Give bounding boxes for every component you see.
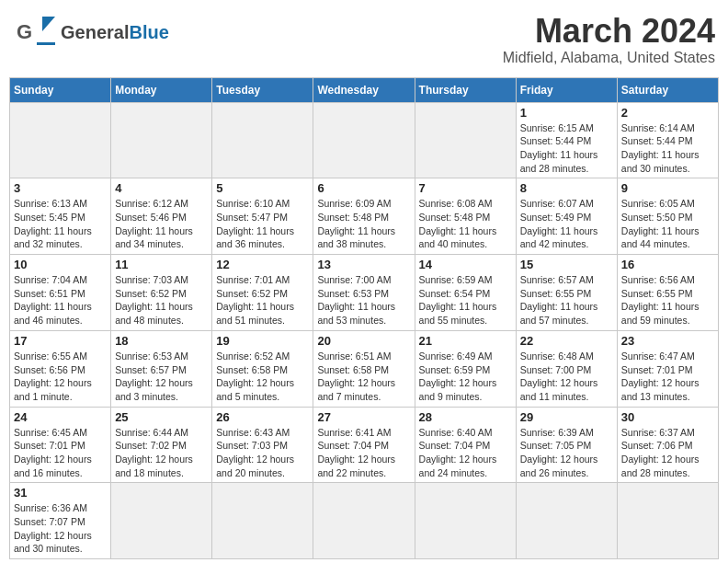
day-info: Sunrise: 6:15 AMSunset: 5:44 PMDaylight:… — [520, 121, 613, 176]
weekday-header-wednesday: Wednesday — [313, 77, 415, 102]
day-info: Sunrise: 6:10 AMSunset: 5:47 PMDaylight:… — [216, 197, 309, 251]
day-number: 25 — [115, 410, 208, 424]
calendar-cell: 28Sunrise: 6:40 AMSunset: 7:04 PMDayligh… — [415, 407, 516, 483]
calendar-cell: 11Sunrise: 7:03 AMSunset: 6:52 PMDayligh… — [111, 255, 212, 331]
day-info: Sunrise: 6:53 AMSunset: 6:57 PMDaylight:… — [115, 350, 208, 404]
day-info: Sunrise: 6:51 AMSunset: 6:58 PMDaylight:… — [317, 350, 410, 404]
day-info: Sunrise: 6:52 AMSunset: 6:58 PMDaylight:… — [216, 350, 309, 404]
weekday-header-row: SundayMondayTuesdayWednesdayThursdayFrid… — [10, 77, 719, 102]
calendar-cell: 2Sunrise: 6:14 AMSunset: 5:44 PMDaylight… — [617, 102, 718, 178]
page-header: G GeneralBlue March 2024 Midfield, Alaba… — [9, 9, 719, 70]
day-info: Sunrise: 6:48 AMSunset: 7:00 PMDaylight:… — [520, 350, 613, 404]
calendar-cell — [313, 483, 415, 559]
day-info: Sunrise: 6:05 AMSunset: 5:50 PMDaylight:… — [621, 197, 714, 251]
day-number: 29 — [520, 410, 613, 424]
weekday-header-saturday: Saturday — [617, 77, 718, 102]
day-info: Sunrise: 6:09 AMSunset: 5:48 PMDaylight:… — [317, 197, 410, 251]
day-number: 10 — [14, 258, 107, 271]
calendar-cell: 19Sunrise: 6:52 AMSunset: 6:58 PMDayligh… — [212, 330, 313, 407]
day-info: Sunrise: 7:01 AMSunset: 6:52 PMDaylight:… — [216, 273, 309, 327]
day-number: 11 — [115, 258, 208, 271]
calendar-cell — [212, 483, 313, 559]
day-number: 17 — [14, 334, 107, 348]
day-number: 19 — [216, 334, 309, 348]
calendar-cell — [617, 483, 718, 559]
calendar-cell: 10Sunrise: 7:04 AMSunset: 6:51 PMDayligh… — [10, 255, 111, 331]
calendar-cell — [111, 483, 212, 559]
logo-general: General — [61, 22, 129, 42]
calendar-cell: 12Sunrise: 7:01 AMSunset: 6:52 PMDayligh… — [212, 255, 313, 331]
weekday-header-tuesday: Tuesday — [212, 77, 313, 102]
logo-blue: Blue — [129, 22, 168, 42]
day-number: 31 — [14, 486, 107, 500]
day-info: Sunrise: 6:55 AMSunset: 6:56 PMDaylight:… — [14, 350, 107, 404]
calendar-cell: 17Sunrise: 6:55 AMSunset: 6:56 PMDayligh… — [10, 330, 111, 407]
day-info: Sunrise: 7:03 AMSunset: 6:52 PMDaylight:… — [115, 273, 208, 327]
day-number: 26 — [216, 410, 309, 424]
day-number: 5 — [216, 181, 309, 195]
day-info: Sunrise: 7:00 AMSunset: 6:53 PMDaylight:… — [317, 273, 410, 327]
day-info: Sunrise: 6:56 AMSunset: 6:55 PMDaylight:… — [621, 273, 714, 327]
svg-rect-2 — [37, 42, 55, 45]
title-section: March 2024 Midfield, Alabama, United Sta… — [503, 13, 715, 66]
calendar-cell: 6Sunrise: 6:09 AMSunset: 5:48 PMDaylight… — [313, 178, 415, 255]
calendar-cell: 4Sunrise: 6:12 AMSunset: 5:46 PMDaylight… — [111, 178, 212, 255]
calendar-cell — [516, 483, 617, 559]
svg-marker-1 — [42, 17, 55, 31]
weekday-header-sunday: Sunday — [10, 77, 111, 102]
logo-text: GeneralBlue — [61, 22, 169, 43]
day-info: Sunrise: 6:37 AMSunset: 7:06 PMDaylight:… — [621, 426, 714, 480]
day-number: 22 — [520, 334, 613, 348]
day-number: 15 — [520, 258, 613, 271]
day-number: 13 — [317, 258, 410, 271]
calendar-cell — [212, 102, 313, 178]
logo: G GeneralBlue — [17, 13, 169, 52]
day-number: 20 — [317, 334, 410, 348]
day-info: Sunrise: 6:14 AMSunset: 5:44 PMDaylight:… — [621, 121, 714, 176]
calendar-cell: 9Sunrise: 6:05 AMSunset: 5:50 PMDaylight… — [617, 178, 718, 255]
weekday-header-thursday: Thursday — [415, 77, 516, 102]
weekday-header-friday: Friday — [516, 77, 617, 102]
day-number: 6 — [317, 181, 410, 195]
day-number: 9 — [621, 181, 714, 195]
day-number: 3 — [14, 181, 107, 195]
day-number: 24 — [14, 410, 107, 424]
calendar-week-3: 10Sunrise: 7:04 AMSunset: 6:51 PMDayligh… — [10, 255, 719, 331]
calendar-cell: 14Sunrise: 6:59 AMSunset: 6:54 PMDayligh… — [415, 255, 516, 331]
day-number: 8 — [520, 181, 613, 195]
day-number: 18 — [115, 334, 208, 348]
calendar-cell: 30Sunrise: 6:37 AMSunset: 7:06 PMDayligh… — [617, 407, 718, 483]
day-info: Sunrise: 6:39 AMSunset: 7:05 PMDaylight:… — [520, 426, 613, 480]
calendar-cell: 24Sunrise: 6:45 AMSunset: 7:01 PMDayligh… — [10, 407, 111, 483]
svg-text:G: G — [17, 20, 32, 43]
calendar-cell: 27Sunrise: 6:41 AMSunset: 7:04 PMDayligh… — [313, 407, 415, 483]
day-number: 30 — [621, 410, 714, 424]
day-info: Sunrise: 6:49 AMSunset: 6:59 PMDaylight:… — [419, 350, 512, 404]
day-number: 21 — [419, 334, 512, 348]
calendar-cell: 16Sunrise: 6:56 AMSunset: 6:55 PMDayligh… — [617, 255, 718, 331]
calendar-cell: 5Sunrise: 6:10 AMSunset: 5:47 PMDaylight… — [212, 178, 313, 255]
calendar-cell: 8Sunrise: 6:07 AMSunset: 5:49 PMDaylight… — [516, 178, 617, 255]
calendar-cell: 31Sunrise: 6:36 AMSunset: 7:07 PMDayligh… — [10, 483, 111, 559]
calendar-body: 1Sunrise: 6:15 AMSunset: 5:44 PMDaylight… — [10, 102, 719, 559]
calendar-week-4: 17Sunrise: 6:55 AMSunset: 6:56 PMDayligh… — [10, 330, 719, 407]
location-title: Midfield, Alabama, United States — [503, 50, 715, 66]
day-number: 16 — [621, 258, 714, 271]
day-info: Sunrise: 6:41 AMSunset: 7:04 PMDaylight:… — [317, 426, 410, 480]
weekday-header-monday: Monday — [111, 77, 212, 102]
day-info: Sunrise: 6:36 AMSunset: 7:07 PMDaylight:… — [14, 501, 107, 556]
calendar-cell: 29Sunrise: 6:39 AMSunset: 7:05 PMDayligh… — [516, 407, 617, 483]
month-title: March 2024 — [503, 13, 715, 50]
calendar-cell: 7Sunrise: 6:08 AMSunset: 5:48 PMDaylight… — [415, 178, 516, 255]
day-number: 28 — [419, 410, 512, 424]
calendar-cell — [415, 483, 516, 559]
calendar-week-2: 3Sunrise: 6:13 AMSunset: 5:45 PMDaylight… — [10, 178, 719, 255]
day-info: Sunrise: 6:47 AMSunset: 7:01 PMDaylight:… — [621, 350, 714, 404]
calendar-cell — [313, 102, 415, 178]
day-info: Sunrise: 6:07 AMSunset: 5:49 PMDaylight:… — [520, 197, 613, 251]
calendar-header: SundayMondayTuesdayWednesdayThursdayFrid… — [10, 77, 719, 102]
day-info: Sunrise: 6:59 AMSunset: 6:54 PMDaylight:… — [419, 273, 512, 327]
day-number: 4 — [115, 181, 208, 195]
day-number: 2 — [621, 106, 714, 120]
calendar-cell: 20Sunrise: 6:51 AMSunset: 6:58 PMDayligh… — [313, 330, 415, 407]
